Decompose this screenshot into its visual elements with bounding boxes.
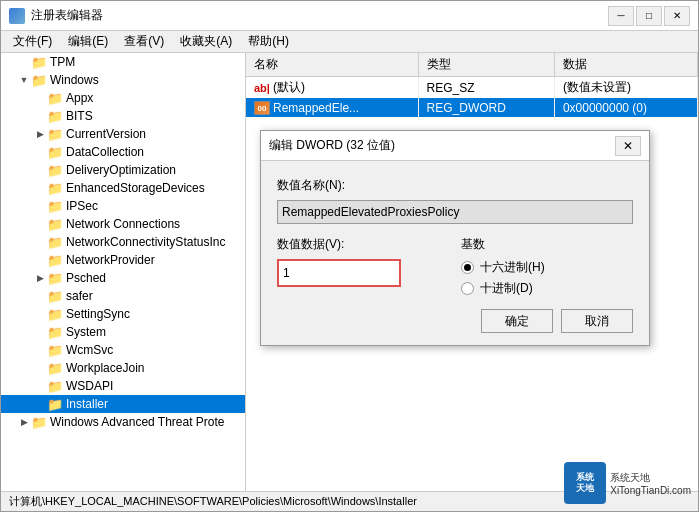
menu-file[interactable]: 文件(F) <box>5 31 60 52</box>
tree-item[interactable]: 📁DataCollection <box>1 143 245 161</box>
reg-name-cell: ab|(默认) <box>246 77 418 99</box>
folder-icon: 📁 <box>31 73 47 87</box>
tree-item-label: DataCollection <box>66 145 144 159</box>
expand-icon <box>17 55 31 69</box>
expand-icon <box>33 109 47 123</box>
folder-icon: 📁 <box>47 145 63 159</box>
watermark-line1: 系统天地 <box>610 471 691 485</box>
folder-icon: 📁 <box>47 217 63 231</box>
tree-item[interactable]: 📁WcmSvc <box>1 341 245 359</box>
tree-item[interactable]: 📁DeliveryOptimization <box>1 161 245 179</box>
menu-help[interactable]: 帮助(H) <box>240 31 297 52</box>
maximize-button[interactable]: □ <box>636 6 662 26</box>
expand-icon <box>33 397 47 411</box>
tree-item[interactable]: 📁IPSec <box>1 197 245 215</box>
tree-item-label: SettingSync <box>66 307 130 321</box>
base-label: 基数 <box>461 236 633 253</box>
table-row[interactable]: 00RemappedEle...REG_DWORD0x00000000 (0) <box>246 98 698 117</box>
dialog-title-bar: 编辑 DWORD (32 位值) ✕ <box>261 131 649 161</box>
table-row[interactable]: ab|(默认)REG_SZ(数值未设置) <box>246 77 698 99</box>
radio-hex-label: 十六进制(H) <box>480 259 545 276</box>
tree-item[interactable]: 📁safer <box>1 287 245 305</box>
radio-hex[interactable]: 十六进制(H) <box>461 259 633 276</box>
tree-item[interactable]: 📁System <box>1 323 245 341</box>
radio-group: 十六进制(H) 十进制(D) <box>461 259 633 297</box>
expand-icon <box>33 289 47 303</box>
ok-button[interactable]: 确定 <box>481 309 553 333</box>
expand-icon <box>33 343 47 357</box>
expand-icon[interactable]: ▶ <box>33 127 47 141</box>
table-header-row: 名称 类型 数据 <box>246 53 698 77</box>
reg-data-cell: (数值未设置) <box>554 77 697 99</box>
dialog-close-button[interactable]: ✕ <box>615 136 641 156</box>
reg-type-cell: REG_SZ <box>418 77 554 99</box>
registry-table: 名称 类型 数据 ab|(默认)REG_SZ(数值未设置)00RemappedE… <box>246 53 698 117</box>
expand-icon <box>33 217 47 231</box>
tree-item-label: DeliveryOptimization <box>66 163 176 177</box>
folder-icon: 📁 <box>47 361 63 375</box>
expand-icon <box>33 253 47 267</box>
dialog-title: 编辑 DWORD (32 位值) <box>269 137 615 154</box>
col-data: 数据 <box>554 53 697 77</box>
col-type: 类型 <box>418 53 554 77</box>
expand-icon <box>33 145 47 159</box>
menu-bar: 文件(F) 编辑(E) 查看(V) 收藏夹(A) 帮助(H) <box>1 31 698 53</box>
tree-item[interactable]: 📁Appx <box>1 89 245 107</box>
menu-edit[interactable]: 编辑(E) <box>60 31 116 52</box>
radio-dec-circle <box>461 282 474 295</box>
folder-icon: 📁 <box>31 55 47 69</box>
folder-icon: 📁 <box>47 289 63 303</box>
value-data-input[interactable] <box>279 261 399 285</box>
tree-item[interactable]: ▼📁Windows <box>1 71 245 89</box>
close-button[interactable]: ✕ <box>664 6 690 26</box>
tree-item[interactable]: 📁TPM <box>1 53 245 71</box>
folder-icon: 📁 <box>47 379 63 393</box>
expand-icon <box>33 199 47 213</box>
expand-icon[interactable]: ▶ <box>33 271 47 285</box>
radio-dec-label: 十进制(D) <box>480 280 533 297</box>
expand-icon <box>33 235 47 249</box>
tree-item[interactable]: 📁BITS <box>1 107 245 125</box>
tree-item-label: EnhancedStorageDevices <box>66 181 205 195</box>
col-name: 名称 <box>246 53 418 77</box>
tree-item[interactable]: 📁Network Connections <box>1 215 245 233</box>
value-name-label: 数值名称(N): <box>277 177 633 194</box>
folder-icon: 📁 <box>47 181 63 195</box>
tree-item-label: BITS <box>66 109 93 123</box>
expand-icon <box>33 379 47 393</box>
tree-item[interactable]: 📁NetworkProvider <box>1 251 245 269</box>
tree-item[interactable]: ▶📁Psched <box>1 269 245 287</box>
cancel-button[interactable]: 取消 <box>561 309 633 333</box>
status-text: 计算机\HKEY_LOCAL_MACHINE\SOFTWARE\Policies… <box>9 494 417 509</box>
folder-icon: 📁 <box>47 109 63 123</box>
value-name-input[interactable] <box>277 200 633 224</box>
minimize-button[interactable]: ─ <box>608 6 634 26</box>
tree-item[interactable]: ▶📁Windows Advanced Threat Prote <box>1 413 245 431</box>
expand-icon[interactable]: ▼ <box>17 73 31 87</box>
expand-icon <box>33 181 47 195</box>
dialog-buttons: 确定 取消 <box>277 309 633 333</box>
menu-view[interactable]: 查看(V) <box>116 31 172 52</box>
window-title: 注册表编辑器 <box>31 7 608 24</box>
menu-favorites[interactable]: 收藏夹(A) <box>172 31 240 52</box>
watermark-line2: XiTongTianDi.com <box>610 485 691 496</box>
tree-item-label: CurrentVersion <box>66 127 146 141</box>
tree-item[interactable]: 📁NetworkConnectivityStatusInc <box>1 233 245 251</box>
tree-item[interactable]: 📁WorkplaceJoin <box>1 359 245 377</box>
edit-dword-dialog[interactable]: 编辑 DWORD (32 位值) ✕ 数值名称(N): 数值数据(V): 基数 <box>260 130 650 346</box>
title-controls: ─ □ ✕ <box>608 6 690 26</box>
tree-item[interactable]: 📁WSDAPI <box>1 377 245 395</box>
folder-icon: 📁 <box>47 271 63 285</box>
folder-icon: 📁 <box>47 253 63 267</box>
folder-icon: 📁 <box>31 415 47 429</box>
tree-item-label: Network Connections <box>66 217 180 231</box>
reg-name-cell: 00RemappedEle... <box>246 98 418 117</box>
watermark-logo: 系统天地 <box>564 462 606 504</box>
tree-item[interactable]: ▶📁CurrentVersion <box>1 125 245 143</box>
radio-dec[interactable]: 十进制(D) <box>461 280 633 297</box>
data-input-wrapper <box>277 259 401 287</box>
expand-icon[interactable]: ▶ <box>17 415 31 429</box>
tree-item[interactable]: 📁Installer <box>1 395 245 413</box>
tree-item[interactable]: 📁EnhancedStorageDevices <box>1 179 245 197</box>
tree-item[interactable]: 📁SettingSync <box>1 305 245 323</box>
